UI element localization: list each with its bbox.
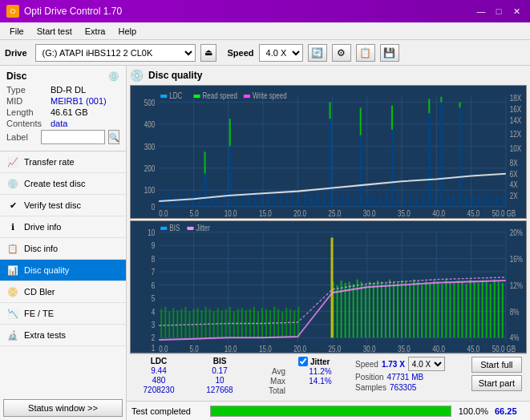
sidebar-item-label: Disc info [24, 244, 58, 253]
verify-test-disc-icon: ✔ [6, 199, 19, 212]
sidebar-item-disc-quality[interactable]: 📊 Disc quality [0, 260, 126, 281]
sidebar-item-extra-tests[interactable]: 🔬 Extra tests [0, 325, 126, 346]
svg-text:40.0: 40.0 [432, 343, 445, 353]
svg-text:Read speed: Read speed [203, 91, 237, 101]
svg-rect-61 [236, 195, 238, 207]
svg-rect-220 [421, 285, 423, 337]
disc-quality-panel: 💿 Disc quality [127, 66, 530, 401]
svg-text:14X: 14X [510, 115, 522, 125]
svg-text:0.0: 0.0 [159, 343, 168, 353]
sidebar-item-fe-te[interactable]: 📉 FE / TE [0, 303, 126, 325]
max-label: Max [270, 377, 285, 386]
svg-rect-168 [180, 309, 182, 337]
drive-select[interactable]: (G:) ATAPI iHBS112 2 CL0K [35, 44, 196, 62]
jitter-avg: 11.2% [298, 367, 342, 376]
drive-toolbar: Drive (G:) ATAPI iHBS112 2 CL0K ⏏ Speed … [0, 40, 530, 66]
sidebar-item-label: FE / TE [24, 309, 54, 318]
svg-rect-241 [331, 237, 334, 337]
svg-text:300: 300 [144, 141, 155, 151]
samples-value: 763305 [390, 383, 416, 392]
svg-rect-47 [244, 95, 250, 98]
disc-label-row: Label 🔍 [6, 130, 119, 144]
svg-rect-191 [273, 306, 275, 337]
drive-label: Drive [5, 48, 27, 58]
minimize-button[interactable]: — [474, 4, 488, 18]
disc-label-icon-btn[interactable]: 🔍 [108, 130, 119, 144]
jitter-checkbox[interactable] [298, 357, 308, 366]
menu-start-test[interactable]: Start test [30, 26, 79, 37]
disc-length-row: Length 46.61 GB [6, 107, 119, 117]
svg-text:45.0: 45.0 [467, 208, 480, 218]
disc-label-label: Label [6, 132, 38, 142]
svg-rect-96 [452, 196, 455, 207]
sidebar-item-disc-info[interactable]: 📋 Disc info [0, 238, 126, 260]
chart-ldc: 500 400 300 200 100 0 18X 16X 14X 12X 10… [130, 85, 527, 219]
svg-text:16%: 16% [510, 253, 523, 264]
svg-rect-195 [289, 309, 291, 337]
speed-mode-select[interactable]: 4.0 X [408, 357, 445, 371]
sidebar-item-create-test-disc[interactable]: 💿 Create test disc [0, 173, 126, 195]
svg-text:5: 5 [152, 293, 155, 303]
svg-rect-80 [354, 196, 356, 207]
sidebar-item-drive-info[interactable]: ℹ Drive info [0, 216, 126, 238]
svg-rect-107 [330, 103, 331, 119]
stats-bar: LDC 9.44 480 7208230 BIS 0.17 10 127668 … [130, 353, 527, 398]
disc-info-icon: 📋 [6, 242, 19, 255]
svg-rect-181 [233, 311, 235, 337]
settings-button[interactable]: ⚙ [332, 44, 351, 62]
jitter-header: Jitter [310, 357, 330, 366]
save-button[interactable]: 💾 [380, 44, 399, 62]
svg-rect-85 [385, 192, 387, 207]
svg-rect-232 [470, 279, 471, 337]
main-layout: Disc 💿 Type BD-R DL MID MEIRB1 (001) Len… [0, 66, 530, 420]
start-full-button[interactable]: Start full [471, 357, 522, 373]
ldc-max: 480 [135, 376, 183, 385]
menu-extra[interactable]: Extra [79, 26, 112, 37]
svg-text:16X: 16X [510, 104, 522, 115]
title-bar-controls: — □ ✕ [474, 4, 524, 18]
svg-rect-213 [393, 281, 394, 337]
disc-mid-label: MID [6, 96, 51, 106]
svg-rect-200 [341, 281, 342, 337]
sidebar-item-label: Disc quality [24, 265, 69, 275]
disc-label-input[interactable] [41, 130, 105, 144]
svg-rect-79 [348, 195, 350, 207]
speed-display: 66.25 [495, 406, 525, 416]
close-button[interactable]: ✕ [509, 4, 524, 18]
speed-select[interactable]: 4.0 X [259, 44, 303, 62]
svg-text:7: 7 [152, 266, 155, 277]
menu-help[interactable]: Help [111, 26, 143, 37]
eject-button[interactable]: ⏏ [200, 44, 216, 62]
title-bar-left: O Opti Drive Control 1.70 [6, 5, 122, 18]
disc-info-section: Disc 💿 Type BD-R DL MID MEIRB1 (001) Len… [0, 66, 126, 151]
svg-text:0: 0 [152, 202, 155, 212]
menu-file[interactable]: File [3, 26, 30, 37]
nav-items: 📈 Transfer rate 💿 Create test disc ✔ Ver… [0, 151, 126, 396]
start-part-button[interactable]: Start part [471, 375, 522, 391]
svg-rect-235 [482, 281, 483, 337]
svg-text:Jitter: Jitter [196, 223, 210, 233]
disc-section-header: Disc 💿 [6, 71, 119, 82]
jitter-section: Jitter 11.2% 14.1% [298, 357, 342, 386]
sidebar-item-transfer-rate[interactable]: 📈 Transfer rate [0, 151, 126, 173]
svg-rect-69 [285, 196, 288, 207]
svg-text:12%: 12% [510, 280, 523, 290]
svg-rect-164 [164, 306, 166, 337]
svg-rect-219 [417, 281, 419, 337]
svg-text:50.0 GB: 50.0 GB [492, 343, 516, 353]
info-button[interactable]: 📋 [356, 44, 375, 62]
sidebar-item-label: Transfer rate [24, 157, 75, 167]
svg-rect-81 [360, 135, 362, 207]
svg-rect-225 [441, 284, 443, 337]
disc-contents-value: data [51, 119, 67, 128]
svg-rect-196 [293, 310, 295, 337]
transfer-rate-icon: 📈 [6, 155, 19, 168]
sidebar-item-verify-test-disc[interactable]: ✔ Verify test disc [0, 195, 126, 216]
refresh-button[interactable]: 🔄 [308, 44, 327, 62]
maximize-button[interactable]: □ [492, 4, 506, 18]
svg-rect-163 [160, 309, 162, 337]
svg-rect-211 [385, 284, 386, 337]
svg-rect-86 [391, 130, 394, 207]
sidebar-item-cd-bler[interactable]: 📀 CD Bler [0, 281, 126, 303]
status-window-button[interactable]: Status window >> [3, 399, 123, 417]
